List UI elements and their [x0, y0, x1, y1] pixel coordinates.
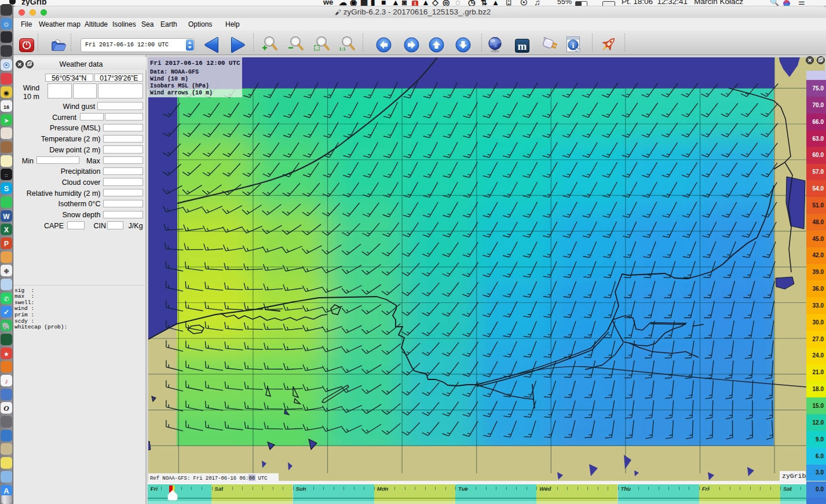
svg-text:m: m	[518, 40, 527, 52]
svg-text:1:1: 1:1	[339, 46, 346, 52]
svg-text:i: i	[572, 41, 575, 50]
